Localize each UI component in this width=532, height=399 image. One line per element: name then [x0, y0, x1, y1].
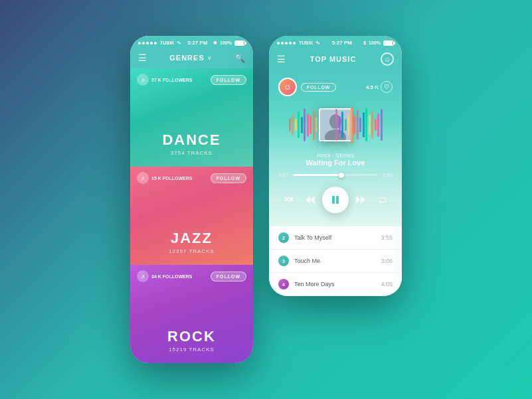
progress-fill: [293, 174, 344, 176]
controls-row: [278, 180, 393, 217]
svg-marker-8: [356, 196, 361, 204]
follow-button-dance[interactable]: FOLLOW: [211, 75, 246, 85]
battery-icon-right: $: [363, 40, 366, 45]
genre-card-jazz[interactable]: ♬ 15 K FOLLOWERS FOLLOW JAZZ 12357 TRACK…: [130, 167, 253, 265]
chevron-down-icon-left: ∨: [207, 54, 212, 61]
signal-right: TUBIK ∿: [277, 40, 320, 46]
carrier-left: TUBIK: [160, 40, 174, 45]
battery-right: [383, 40, 394, 46]
card-top-jazz: ♬ 15 K FOLLOWERS FOLLOW: [130, 172, 253, 184]
playlist-name-3: Ten More Days: [294, 281, 381, 287]
svg-rect-5: [332, 196, 335, 204]
genre-tracks-rock: 15219 TRACKS: [169, 347, 215, 353]
playlist-num-1: 2: [278, 232, 289, 243]
playlist-num-3: 4: [278, 279, 289, 289]
wifi-icon-left: ∿: [177, 40, 181, 46]
artist-row: ☺ FOLLOW 4.5 K ♡: [278, 78, 393, 96]
genre-name-jazz: JAZZ: [171, 230, 213, 247]
right-icons-right: $ 100%: [363, 40, 394, 46]
artist-avatar: ☺: [278, 78, 297, 96]
genre-card-rock[interactable]: ♬ 34 K FOLLOWERS FOLLOW ROCK 15219 TRACK…: [130, 265, 253, 363]
repeat-button[interactable]: [373, 191, 391, 209]
battery-pct-left: 100%: [220, 40, 232, 45]
artist-follow-button[interactable]: FOLLOW: [301, 83, 336, 92]
status-bar-right: TUBIK ∿ 5:27 PM $ 100%: [269, 36, 402, 48]
pause-button[interactable]: [322, 187, 349, 213]
page-title-left: GENRES: [169, 54, 204, 62]
playlist-item-3[interactable]: 4 Ten More Days 4:05: [269, 273, 402, 296]
genre-name-rock: ROCK: [167, 328, 216, 345]
genre-card-dance[interactable]: ♬ 27 K FOLLOWERS FOLLOW DANCE 3754 TRACK…: [130, 68, 253, 167]
bluetooth-icon-left: ✱: [213, 40, 217, 46]
heart-icon[interactable]: ♡: [381, 81, 393, 93]
playlist-name-1: Talk To Myself: [294, 234, 381, 241]
wifi-icon-right: ∿: [315, 40, 320, 46]
right-icons-left: ✱ 100%: [213, 40, 245, 46]
phone-right: TUBIK ∿ 5:27 PM $ 100% ☰ TOP MUSIC ☺ ☺: [269, 36, 402, 296]
phone-left: TUBIK ∿ 5:27 PM ✱ 100% ☰ GENRES ∨ 🔍: [130, 36, 253, 363]
playlist-num-2: 3: [278, 256, 289, 266]
signal-left: TUBIK ∿: [138, 40, 181, 46]
user-icon-right[interactable]: ☺: [381, 52, 394, 66]
next-button[interactable]: [351, 191, 370, 209]
playlist-duration-1: 3:55: [381, 234, 393, 241]
card-top-rock: ♬ 34 K FOLLOWERS FOLLOW: [130, 270, 253, 282]
track-name: Waiting For Love: [278, 159, 393, 167]
follow-button-jazz[interactable]: FOLLOW: [211, 173, 246, 183]
likes-count: 4.5 K ♡: [366, 81, 393, 93]
genre-tracks-dance: 3754 TRACKS: [171, 150, 213, 156]
player-area: ☺ FOLLOW 4.5 K ♡: [269, 71, 402, 226]
playlist-item-2[interactable]: 3 Touch Me 3:06: [269, 250, 402, 273]
playlist-duration-2: 3:06: [381, 258, 393, 264]
followers-icon-dance: ♬: [137, 74, 149, 86]
followers-dance: ♬ 27 K FOLLOWERS: [137, 74, 192, 86]
shuffle-button[interactable]: [280, 191, 298, 209]
playlist: 2 Talk To Myself 3:55 3 Touch Me 3:06 4 …: [269, 226, 402, 296]
svg-rect-6: [336, 196, 339, 204]
svg-marker-3: [306, 196, 310, 204]
genre-name-dance: DANCE: [162, 131, 221, 149]
progress-current: 3:07: [278, 172, 289, 178]
progress-total: 3:50: [382, 172, 393, 178]
follow-button-rock[interactable]: FOLLOW: [211, 272, 246, 281]
menu-icon-right[interactable]: ☰: [277, 54, 286, 64]
progress-row: 3:07 3:50: [278, 172, 393, 178]
progress-bar[interactable]: [293, 174, 379, 176]
progress-dot: [339, 173, 344, 178]
playlist-name-2: Touch Me: [294, 258, 381, 264]
svg-marker-4: [310, 196, 315, 204]
carrier-right: TUBIK: [299, 40, 313, 45]
followers-icon-jazz: ♬: [137, 172, 149, 184]
page-title-right: TOP MUSIC: [310, 55, 357, 63]
menu-icon-left[interactable]: ☰: [138, 52, 147, 63]
svg-marker-7: [361, 196, 365, 204]
waveform-container: [278, 102, 393, 148]
card-top-dance: ♬ 27 K FOLLOWERS FOLLOW: [130, 74, 253, 86]
prev-button[interactable]: [301, 191, 319, 209]
genre-tracks-jazz: 12357 TRACKS: [169, 248, 215, 254]
search-icon-left[interactable]: 🔍: [234, 53, 245, 63]
followers-jazz: ♬ 15 K FOLLOWERS: [137, 172, 192, 184]
nav-bar-right: ☰ TOP MUSIC ☺: [269, 48, 402, 71]
battery-left: [234, 40, 245, 46]
track-info: Avicii - Stories Waiting For Love: [278, 152, 393, 167]
playlist-item-1[interactable]: 2 Talk To Myself 3:55: [269, 226, 402, 250]
time-right: 5:27 PM: [332, 40, 352, 46]
phones-container: TUBIK ∿ 5:27 PM ✱ 100% ☰ GENRES ∨ 🔍: [130, 36, 402, 363]
status-bar-left: TUBIK ∿ 5:27 PM ✱ 100%: [130, 36, 253, 48]
battery-pct-right: 100%: [369, 40, 381, 45]
followers-rock: ♬ 34 K FOLLOWERS: [137, 270, 192, 282]
track-artist: Avicii - Stories: [278, 152, 393, 159]
time-left: 5:27 PM: [187, 40, 207, 46]
nav-bar-left: ☰ GENRES ∨ 🔍: [130, 48, 253, 68]
followers-icon-rock: ♬: [137, 270, 149, 282]
playlist-duration-3: 4:05: [381, 281, 393, 287]
